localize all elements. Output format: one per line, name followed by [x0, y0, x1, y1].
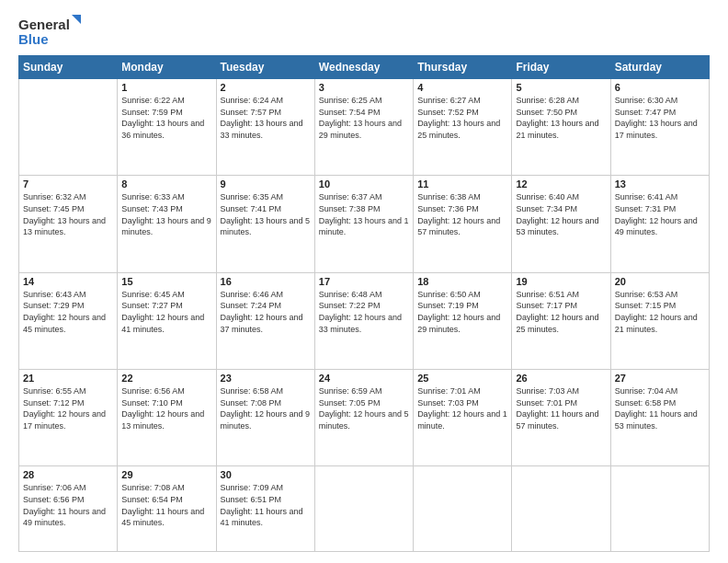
calendar-table: SundayMondayTuesdayWednesdayThursdayFrid…: [18, 55, 710, 552]
day-number: 28: [23, 469, 113, 480]
day-number: 30: [221, 469, 311, 480]
cell-info: Sunrise: 6:38 AMSunset: 7:36 PMDaylight:…: [417, 191, 507, 237]
cell-info: Sunrise: 6:55 AMSunset: 7:12 PMDaylight:…: [23, 385, 113, 431]
cell-info: Sunrise: 6:32 AMSunset: 7:45 PMDaylight:…: [23, 191, 113, 237]
calendar-cell: 5Sunrise: 6:28 AMSunset: 7:50 PMDaylight…: [512, 79, 610, 176]
calendar-cell: 1Sunrise: 6:22 AMSunset: 7:59 PMDaylight…: [118, 79, 216, 176]
day-number: 5: [516, 82, 606, 93]
weekday-header-friday: Friday: [512, 56, 610, 79]
calendar-cell: 28Sunrise: 7:06 AMSunset: 6:56 PMDayligh…: [19, 466, 118, 552]
cell-info: Sunrise: 6:45 AMSunset: 7:27 PMDaylight:…: [121, 289, 211, 335]
calendar-cell: 20Sunrise: 6:53 AMSunset: 7:15 PMDayligh…: [610, 272, 709, 369]
day-number: 25: [417, 373, 507, 384]
svg-marker-1: [72, 15, 81, 24]
calendar-cell: [610, 466, 709, 552]
calendar-cell: [314, 466, 413, 552]
cell-info: Sunrise: 6:33 AMSunset: 7:43 PMDaylight:…: [121, 191, 211, 237]
cell-info: Sunrise: 6:46 AMSunset: 7:24 PMDaylight:…: [221, 289, 311, 335]
calendar-cell: 11Sunrise: 6:38 AMSunset: 7:36 PMDayligh…: [414, 176, 512, 272]
cell-info: Sunrise: 7:06 AMSunset: 6:56 PMDaylight:…: [23, 482, 113, 528]
calendar-cell: 22Sunrise: 6:56 AMSunset: 7:10 PMDayligh…: [118, 370, 216, 466]
calendar-cell: 16Sunrise: 6:46 AMSunset: 7:24 PMDayligh…: [216, 272, 314, 369]
calendar-cell: 8Sunrise: 6:33 AMSunset: 7:43 PMDaylight…: [118, 176, 216, 272]
day-number: 10: [319, 178, 409, 190]
cell-info: Sunrise: 6:56 AMSunset: 7:10 PMDaylight:…: [121, 385, 211, 431]
calendar-cell: [19, 79, 118, 176]
calendar-cell: 9Sunrise: 6:35 AMSunset: 7:41 PMDaylight…: [216, 176, 314, 272]
day-number: 24: [319, 373, 409, 384]
day-number: 6: [615, 82, 705, 93]
cell-info: Sunrise: 6:37 AMSunset: 7:38 PMDaylight:…: [319, 191, 409, 237]
calendar-cell: 26Sunrise: 7:03 AMSunset: 7:01 PMDayligh…: [512, 370, 610, 466]
day-number: 26: [516, 373, 606, 384]
cell-info: Sunrise: 6:22 AMSunset: 7:59 PMDaylight:…: [121, 95, 211, 141]
cell-info: Sunrise: 7:08 AMSunset: 6:54 PMDaylight:…: [121, 482, 211, 528]
day-number: 19: [516, 276, 606, 287]
weekday-header-monday: Monday: [118, 56, 216, 79]
page: General Blue SundayMondayTuesdayWednesda…: [0, 0, 728, 563]
calendar-cell: 25Sunrise: 7:01 AMSunset: 7:03 PMDayligh…: [414, 370, 512, 466]
cell-info: Sunrise: 6:50 AMSunset: 7:19 PMDaylight:…: [417, 289, 507, 335]
day-number: 2: [221, 82, 311, 93]
cell-info: Sunrise: 7:03 AMSunset: 7:01 PMDaylight:…: [516, 385, 606, 431]
calendar-cell: 19Sunrise: 6:51 AMSunset: 7:17 PMDayligh…: [512, 272, 610, 369]
cell-info: Sunrise: 6:41 AMSunset: 7:31 PMDaylight:…: [615, 191, 705, 237]
day-number: 27: [615, 373, 705, 384]
cell-info: Sunrise: 6:27 AMSunset: 7:52 PMDaylight:…: [417, 95, 507, 141]
logo: General Blue: [18, 15, 83, 50]
day-number: 15: [121, 276, 211, 287]
header: General Blue: [18, 15, 710, 50]
svg-text:Blue: Blue: [18, 31, 49, 47]
calendar-cell: 3Sunrise: 6:25 AMSunset: 7:54 PMDaylight…: [314, 79, 413, 176]
day-number: 22: [121, 373, 211, 384]
day-number: 17: [319, 276, 409, 287]
cell-info: Sunrise: 6:51 AMSunset: 7:17 PMDaylight:…: [516, 289, 606, 335]
cell-info: Sunrise: 6:24 AMSunset: 7:57 PMDaylight:…: [221, 95, 311, 141]
day-number: 29: [121, 469, 211, 480]
weekday-header-row: SundayMondayTuesdayWednesdayThursdayFrid…: [19, 56, 710, 79]
cell-info: Sunrise: 6:43 AMSunset: 7:29 PMDaylight:…: [23, 289, 113, 335]
day-number: 13: [615, 178, 705, 190]
cell-info: Sunrise: 6:28 AMSunset: 7:50 PMDaylight:…: [516, 95, 606, 141]
cell-info: Sunrise: 7:04 AMSunset: 6:58 PMDaylight:…: [615, 385, 705, 431]
cell-info: Sunrise: 7:09 AMSunset: 6:51 PMDaylight:…: [221, 482, 311, 528]
calendar-cell: 13Sunrise: 6:41 AMSunset: 7:31 PMDayligh…: [610, 176, 709, 272]
day-number: 7: [23, 178, 113, 190]
cell-info: Sunrise: 6:58 AMSunset: 7:08 PMDaylight:…: [221, 385, 311, 431]
calendar-cell: 7Sunrise: 6:32 AMSunset: 7:45 PMDaylight…: [19, 176, 118, 272]
week-row-3: 14Sunrise: 6:43 AMSunset: 7:29 PMDayligh…: [19, 272, 710, 369]
calendar-cell: 17Sunrise: 6:48 AMSunset: 7:22 PMDayligh…: [314, 272, 413, 369]
calendar-cell: 23Sunrise: 6:58 AMSunset: 7:08 PMDayligh…: [216, 370, 314, 466]
calendar-cell: 14Sunrise: 6:43 AMSunset: 7:29 PMDayligh…: [19, 272, 118, 369]
calendar-cell: 12Sunrise: 6:40 AMSunset: 7:34 PMDayligh…: [512, 176, 610, 272]
week-row-4: 21Sunrise: 6:55 AMSunset: 7:12 PMDayligh…: [19, 370, 710, 466]
calendar-cell: 24Sunrise: 6:59 AMSunset: 7:05 PMDayligh…: [314, 370, 413, 466]
day-number: 21: [23, 373, 113, 384]
day-number: 20: [615, 276, 705, 287]
day-number: 12: [516, 178, 606, 190]
day-number: 1: [121, 82, 211, 93]
calendar-cell: 15Sunrise: 6:45 AMSunset: 7:27 PMDayligh…: [118, 272, 216, 369]
calendar-cell: 4Sunrise: 6:27 AMSunset: 7:52 PMDaylight…: [414, 79, 512, 176]
day-number: 8: [121, 178, 211, 190]
calendar-cell: 18Sunrise: 6:50 AMSunset: 7:19 PMDayligh…: [414, 272, 512, 369]
calendar-cell: 10Sunrise: 6:37 AMSunset: 7:38 PMDayligh…: [314, 176, 413, 272]
cell-info: Sunrise: 7:01 AMSunset: 7:03 PMDaylight:…: [417, 385, 507, 431]
calendar-cell: 27Sunrise: 7:04 AMSunset: 6:58 PMDayligh…: [610, 370, 709, 466]
weekday-header-wednesday: Wednesday: [314, 56, 413, 79]
calendar-cell: 21Sunrise: 6:55 AMSunset: 7:12 PMDayligh…: [19, 370, 118, 466]
calendar-cell: [414, 466, 512, 552]
day-number: 9: [221, 178, 311, 190]
calendar-cell: 29Sunrise: 7:08 AMSunset: 6:54 PMDayligh…: [118, 466, 216, 552]
week-row-1: 1Sunrise: 6:22 AMSunset: 7:59 PMDaylight…: [19, 79, 710, 176]
logo-svg: General Blue: [18, 15, 83, 50]
cell-info: Sunrise: 6:53 AMSunset: 7:15 PMDaylight:…: [615, 289, 705, 335]
week-row-2: 7Sunrise: 6:32 AMSunset: 7:45 PMDaylight…: [19, 176, 710, 272]
day-number: 4: [417, 82, 507, 93]
calendar-cell: [512, 466, 610, 552]
calendar-cell: 6Sunrise: 6:30 AMSunset: 7:47 PMDaylight…: [610, 79, 709, 176]
weekday-header-thursday: Thursday: [414, 56, 512, 79]
cell-info: Sunrise: 6:48 AMSunset: 7:22 PMDaylight:…: [319, 289, 409, 335]
day-number: 3: [319, 82, 409, 93]
weekday-header-tuesday: Tuesday: [216, 56, 314, 79]
